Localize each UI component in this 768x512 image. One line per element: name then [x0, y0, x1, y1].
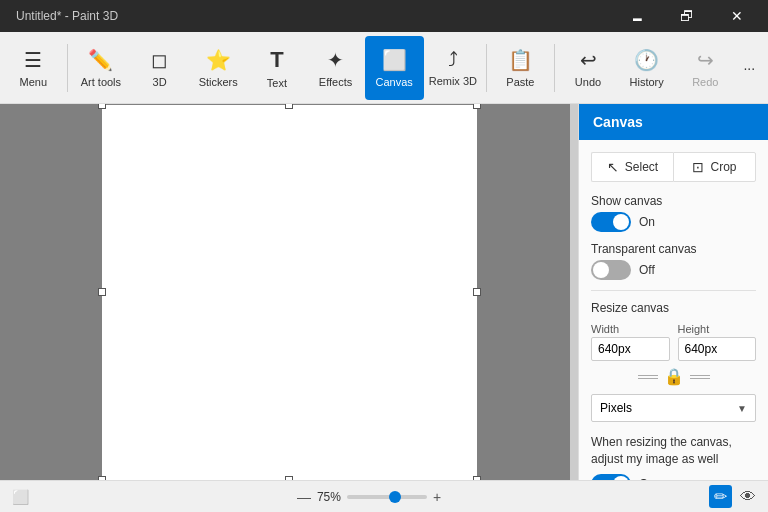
- transparent-canvas-label: Transparent canvas: [591, 242, 756, 256]
- main-area: Canvas ↖ Select ⊡ Crop Show canvas: [0, 104, 768, 480]
- crop-button[interactable]: ⊡ Crop: [673, 152, 756, 182]
- undo-button[interactable]: ↩ Undo: [559, 36, 618, 100]
- status-left: ⬜: [12, 489, 29, 505]
- history-button[interactable]: 🕐 History: [617, 36, 676, 100]
- history-label: History: [630, 76, 664, 88]
- transparent-canvas-section: Transparent canvas Off: [591, 242, 756, 280]
- handle-bot-mid[interactable]: [285, 476, 293, 481]
- stickers-icon: ⭐: [206, 48, 231, 72]
- text-label: Text: [267, 77, 287, 89]
- show-canvas-section: Show canvas On: [591, 194, 756, 232]
- pixels-label: Pixels: [600, 401, 632, 415]
- panel-content: ↖ Select ⊡ Crop Show canvas On: [579, 140, 768, 480]
- undo-icon: ↩: [580, 48, 597, 72]
- handle-bot-right[interactable]: [473, 476, 481, 481]
- toolbar: ☰ Menu ✏️ Art tools ◻ 3D ⭐ Stickers T Te…: [0, 32, 768, 104]
- crop-icon: ⊡: [692, 159, 704, 175]
- 3d-button[interactable]: ◻ 3D: [130, 36, 189, 100]
- remix3d-label: Remix 3D: [429, 75, 477, 87]
- select-crop-row: ↖ Select ⊡ Crop: [591, 152, 756, 182]
- paste-icon: 📋: [508, 48, 533, 72]
- close-button[interactable]: ✕: [714, 0, 760, 32]
- canvas-wrapper: [102, 105, 477, 480]
- zoom-controls: — 75% +: [297, 489, 441, 505]
- select-label: Select: [625, 160, 658, 174]
- width-input[interactable]: [591, 337, 670, 361]
- menu-label: Menu: [20, 76, 48, 88]
- toolbar-separator-2: [486, 44, 487, 92]
- zoom-plus-button[interactable]: +: [433, 489, 441, 505]
- handle-top-mid[interactable]: [285, 104, 293, 109]
- paste-button[interactable]: 📋 Paste: [491, 36, 550, 100]
- handle-top-right[interactable]: [473, 104, 481, 109]
- 3d-label: 3D: [153, 76, 167, 88]
- height-label: Height: [678, 323, 757, 335]
- title-controls: 🗕 🗗 ✕: [614, 0, 760, 32]
- lock-row: 🔒: [591, 367, 756, 386]
- history-icon: 🕐: [634, 48, 659, 72]
- width-label: Width: [591, 323, 670, 335]
- redo-icon: ↪: [697, 48, 714, 72]
- adjust-state: On: [639, 477, 655, 480]
- eye-button[interactable]: 👁: [740, 488, 756, 506]
- height-group: Height: [678, 323, 757, 361]
- canvas-icon: ⬜: [382, 48, 407, 72]
- canvas-scrollbar[interactable]: [570, 104, 578, 480]
- transparent-canvas-state: Off: [639, 263, 655, 277]
- art-tools-button[interactable]: ✏️ Art tools: [72, 36, 131, 100]
- effects-label: Effects: [319, 76, 352, 88]
- stickers-label: Stickers: [199, 76, 238, 88]
- redo-button[interactable]: ↪ Redo: [676, 36, 735, 100]
- show-canvas-toggle[interactable]: [591, 212, 631, 232]
- undo-label: Undo: [575, 76, 601, 88]
- canvas-white: [102, 105, 477, 480]
- resize-canvas-label: Resize canvas: [591, 301, 756, 315]
- transparent-canvas-row: Off: [591, 260, 756, 280]
- remix3d-button[interactable]: ⤴ Remix 3D: [424, 36, 483, 100]
- select-button[interactable]: ↖ Select: [591, 152, 673, 182]
- text-button[interactable]: T Text: [248, 36, 307, 100]
- show-canvas-row: On: [591, 212, 756, 232]
- canvas-area[interactable]: [0, 104, 578, 480]
- canvas-button[interactable]: ⬜ Canvas: [365, 36, 424, 100]
- canvas-label: Canvas: [376, 76, 413, 88]
- adjust-toggle-row: On: [591, 474, 756, 480]
- toolbar-separator-3: [554, 44, 555, 92]
- menu-button[interactable]: ☰ Menu: [4, 36, 63, 100]
- pencil-button[interactable]: ✏: [709, 485, 732, 508]
- handle-bot-left[interactable]: [98, 476, 106, 481]
- paste-label: Paste: [506, 76, 534, 88]
- handle-mid-right[interactable]: [473, 288, 481, 296]
- status-bar: ⬜ — 75% + ✏ 👁: [0, 480, 768, 512]
- crop-label: Crop: [710, 160, 736, 174]
- resize-row: Width Height: [591, 323, 756, 361]
- stickers-button[interactable]: ⭐ Stickers: [189, 36, 248, 100]
- lock-icon[interactable]: 🔒: [664, 367, 684, 386]
- transparent-canvas-thumb: [593, 262, 609, 278]
- more-button[interactable]: ···: [735, 36, 764, 100]
- divider-1: [591, 290, 756, 291]
- effects-icon: ✦: [327, 48, 344, 72]
- adjust-image-toggle[interactable]: [591, 474, 631, 480]
- art-tools-icon: ✏️: [88, 48, 113, 72]
- handle-top-left[interactable]: [98, 104, 106, 109]
- maximize-button[interactable]: 🗗: [664, 0, 710, 32]
- right-panel: Canvas ↖ Select ⊡ Crop Show canvas: [578, 104, 768, 480]
- show-canvas-thumb: [613, 214, 629, 230]
- adjust-thumb: [613, 476, 629, 480]
- transparent-canvas-toggle[interactable]: [591, 260, 631, 280]
- minimize-button[interactable]: 🗕: [614, 0, 660, 32]
- dropdown-chevron-icon: ▼: [737, 403, 747, 414]
- art-tools-label: Art tools: [81, 76, 121, 88]
- show-canvas-state: On: [639, 215, 655, 229]
- zoom-minus-button[interactable]: —: [297, 489, 311, 505]
- height-input[interactable]: [678, 337, 757, 361]
- zoom-value: 75%: [317, 490, 341, 504]
- pixels-dropdown[interactable]: Pixels ▼: [591, 394, 756, 422]
- zoom-slider[interactable]: [347, 495, 427, 499]
- handle-mid-left[interactable]: [98, 288, 106, 296]
- toolbar-separator-1: [67, 44, 68, 92]
- panel-title: Canvas: [593, 114, 643, 130]
- effects-button[interactable]: ✦ Effects: [306, 36, 365, 100]
- menu-icon: ☰: [24, 48, 42, 72]
